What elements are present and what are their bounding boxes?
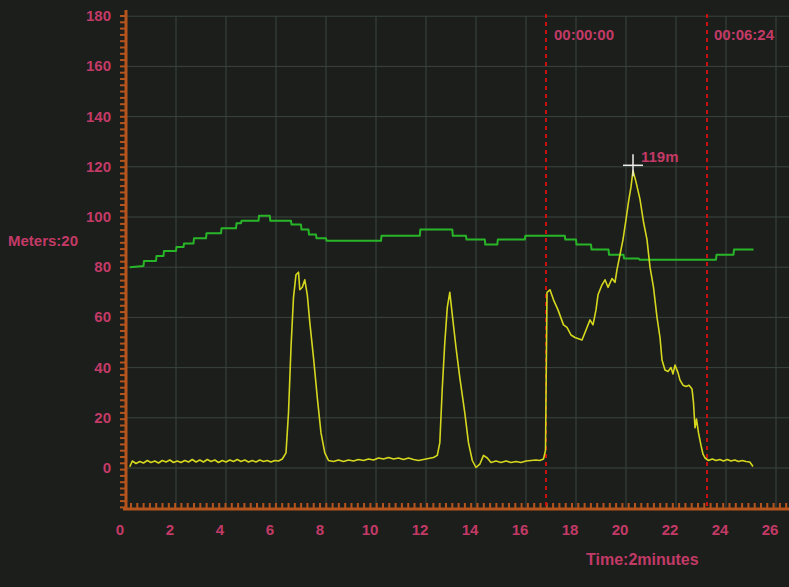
x-tick-label: 14 <box>462 521 479 538</box>
series-ceiling-green <box>130 216 754 268</box>
x-tick-label: 16 <box>512 521 529 538</box>
x-tick-label: 26 <box>762 521 779 538</box>
y-tick-label: 100 <box>86 208 111 225</box>
y-tick-label: 20 <box>94 409 111 426</box>
y-tick-label: 0 <box>103 459 111 476</box>
plot-area[interactable]: 0204060801001201401601800246810121416182… <box>0 0 789 587</box>
x-tick-label: 4 <box>216 521 225 538</box>
cursor-start-time-label: 00:00:00 <box>554 26 614 43</box>
dive-profile-chart: 0204060801001201401601800246810121416182… <box>0 0 789 587</box>
x-tick-label: 2 <box>166 521 174 538</box>
cursor-end-time-label: 00:06:24 <box>714 26 774 43</box>
y-tick-label: 140 <box>86 108 111 125</box>
x-tick-label: 20 <box>612 521 629 538</box>
y-axis-title: Meters:20 <box>8 232 78 249</box>
series-depth-yellow <box>130 171 753 468</box>
y-tick-label: 120 <box>86 158 111 175</box>
x-tick-label: 24 <box>712 521 729 538</box>
x-tick-label: 10 <box>362 521 379 538</box>
y-tick-label: 60 <box>94 308 111 325</box>
x-tick-label: 6 <box>266 521 274 538</box>
peak-depth-label: 119m <box>641 148 679 165</box>
x-tick-label: 8 <box>316 521 324 538</box>
y-tick-label: 180 <box>86 7 111 24</box>
x-tick-label: 0 <box>116 521 124 538</box>
y-tick-label: 160 <box>86 57 111 74</box>
y-tick-label: 80 <box>94 258 111 275</box>
x-tick-label: 18 <box>562 521 579 538</box>
x-axis-title: Time:2minutes <box>586 551 699 569</box>
y-tick-label: 40 <box>94 359 111 376</box>
x-tick-label: 12 <box>412 521 429 538</box>
x-tick-label: 22 <box>662 521 679 538</box>
